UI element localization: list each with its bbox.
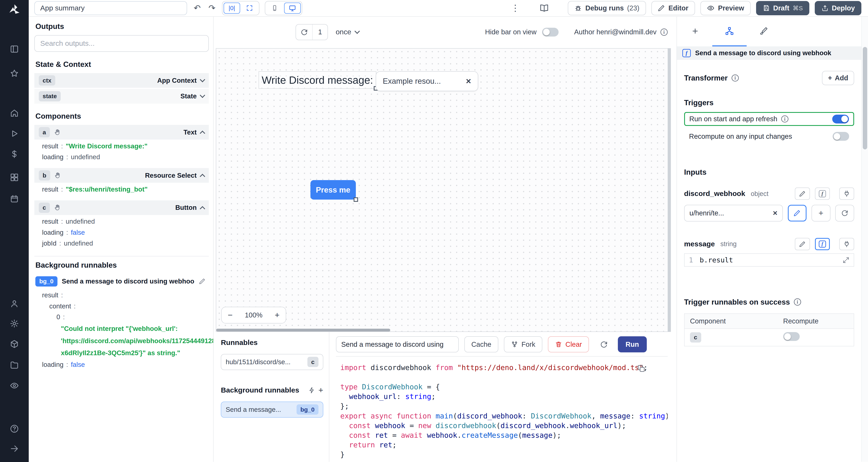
info-icon[interactable] [794, 298, 801, 306]
field-name: message [684, 240, 715, 248]
undo-button[interactable]: ↶ [193, 3, 202, 13]
zoom-in-button[interactable]: + [275, 310, 279, 320]
static-mode-button[interactable] [795, 238, 810, 250]
transformer-label: Transformer [684, 74, 728, 82]
text-component[interactable]: Write Discord message: [259, 72, 376, 88]
canvas-vertical-scrollbar[interactable] [668, 48, 671, 331]
favorites-star-icon[interactable] [7, 67, 22, 80]
hand-pointer-icon[interactable] [54, 172, 61, 179]
refresh-resources-button[interactable] [835, 205, 854, 222]
center-canvas-toggle[interactable]: |0| [224, 3, 240, 14]
help-icon[interactable] [7, 422, 22, 435]
folders-icon[interactable] [7, 358, 22, 372]
clear-button[interactable]: Clear [548, 336, 589, 352]
add-transformer-button[interactable]: +Add [822, 71, 854, 85]
component-settings-tab[interactable] [712, 16, 747, 46]
collapse-arrow-right-icon[interactable] [7, 442, 22, 455]
resource-select-component[interactable]: Example resou... × [376, 71, 478, 91]
run-button[interactable]: Run [618, 336, 647, 352]
apps-grid-icon[interactable] [7, 171, 22, 184]
app-summary-input[interactable] [34, 1, 187, 15]
chevron-up-icon[interactable] [200, 174, 205, 179]
expression-editor[interactable]: 1 b.result [684, 253, 854, 267]
component-row-a[interactable]: a Text [34, 125, 209, 139]
refresh-script-button[interactable] [600, 340, 608, 349]
connect-mode-button[interactable] [839, 188, 854, 200]
workspace-panel-icon[interactable] [7, 42, 22, 56]
redo-button[interactable]: ↷ [207, 3, 217, 13]
debug-runs-button[interactable]: Debug runs (23) [568, 1, 646, 15]
copy-icon[interactable] [637, 364, 645, 373]
add-background-runnable-button[interactable]: + [318, 386, 323, 394]
recompute-c-toggle[interactable] [783, 332, 800, 341]
settings-gear-icon[interactable] [7, 317, 22, 330]
chevron-down-icon[interactable] [200, 77, 205, 82]
user-icon[interactable] [7, 297, 22, 310]
eval-mode-button[interactable] [815, 238, 830, 250]
run-on-start-toggle[interactable] [832, 114, 849, 124]
desktop-view-toggle[interactable] [284, 3, 301, 14]
variables-dollar-icon[interactable] [7, 147, 22, 161]
clear-selection-icon[interactable]: × [466, 77, 471, 86]
create-resource-button[interactable]: + [811, 205, 830, 222]
ctx-row[interactable]: ctx App Context [34, 73, 209, 88]
static-mode-button[interactable] [795, 188, 810, 200]
deploy-button[interactable]: Deploy [815, 1, 861, 15]
component-row-b[interactable]: b Resource Select [34, 168, 209, 183]
fullscreen-toggle[interactable] [241, 3, 258, 14]
clear-resource-icon[interactable]: × [773, 209, 777, 217]
schedules-calendar-icon[interactable] [7, 192, 22, 206]
resource-picker-input[interactable]: u/henri/te... × [684, 205, 783, 222]
edit-resource-button[interactable] [788, 205, 807, 222]
state-row[interactable]: state State [34, 89, 209, 104]
background-runnable-row[interactable]: bg_0 Send a message to discord using web… [34, 274, 209, 289]
chevron-down-icon[interactable] [200, 93, 205, 98]
styling-tab[interactable] [747, 16, 781, 46]
refresh-interval-dropdown[interactable]: once [332, 28, 362, 36]
info-icon[interactable] [732, 74, 739, 82]
home-icon[interactable] [7, 107, 22, 120]
draft-button[interactable]: Draft ⌘S [756, 1, 809, 15]
runs-play-icon[interactable] [7, 127, 22, 140]
editor-button[interactable]: Editor [651, 1, 695, 15]
cache-button[interactable]: Cache [464, 336, 498, 352]
runnable-item[interactable]: hub/1511/discord/se... c [221, 354, 323, 370]
insert-component-tab[interactable]: + [678, 16, 712, 46]
canvas-horizontal-scrollbar[interactable] [216, 329, 390, 331]
button-component[interactable]: Press me [310, 180, 356, 199]
edit-pencil-icon[interactable] [199, 278, 206, 285]
background-runnable-item[interactable]: Send a message... bg_0 [221, 402, 323, 418]
search-outputs-input[interactable] [34, 35, 209, 52]
windmill-logo-icon[interactable] [7, 3, 22, 19]
info-icon[interactable] [660, 29, 668, 36]
recompute-toggle[interactable] [833, 132, 849, 141]
script-title-input[interactable]: Send a message to discord using [336, 336, 459, 352]
audit-eye-icon[interactable] [7, 379, 22, 392]
connect-mode-button[interactable] [839, 238, 854, 250]
scrollbar-thumb[interactable] [863, 47, 867, 150]
prop-value: "$res:u/henri/testing_bot" [66, 186, 148, 193]
refresh-app-button[interactable] [296, 25, 313, 40]
chevron-up-icon[interactable] [200, 206, 205, 211]
chevron-up-icon[interactable] [200, 131, 205, 136]
hand-pointer-icon[interactable] [54, 204, 61, 211]
refresh-group: 1 [296, 24, 328, 40]
eval-mode-button[interactable] [815, 188, 830, 200]
code-editor[interactable]: import discordwebhook from "https://deno… [336, 357, 668, 459]
page-scrollbar[interactable] [861, 16, 868, 462]
docs-book-icon[interactable] [538, 2, 550, 14]
zoom-out-button[interactable]: − [228, 310, 233, 320]
more-menu-button[interactable]: ⋮ [510, 3, 521, 14]
component-row-c[interactable]: c Button [34, 200, 209, 215]
expand-icon[interactable] [843, 257, 849, 263]
info-icon[interactable] [781, 116, 788, 123]
resources-package-icon[interactable] [7, 337, 22, 351]
hand-pointer-icon[interactable] [54, 129, 61, 136]
preview-button[interactable]: Preview [701, 1, 751, 15]
mobile-view-toggle[interactable] [267, 3, 283, 14]
hide-bar-toggle[interactable] [542, 28, 559, 37]
fork-button[interactable]: Fork [504, 336, 542, 352]
resize-handle[interactable] [353, 197, 358, 202]
resource-value-row: u/henri/te... × + [684, 205, 854, 222]
app-canvas[interactable]: Write Discord message: Example resou... … [216, 48, 671, 332]
